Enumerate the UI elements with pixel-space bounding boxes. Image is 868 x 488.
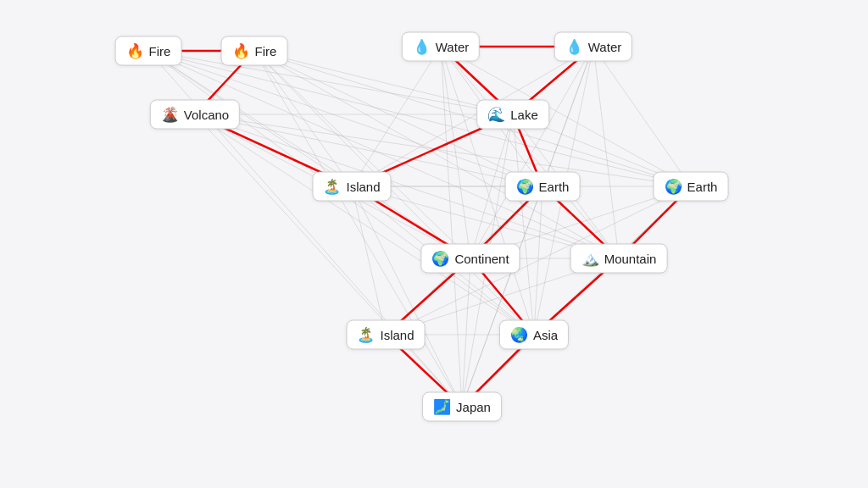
node-label-fire1: Fire — [149, 44, 171, 58]
node-label-water2: Water — [588, 40, 621, 54]
node-icon-water1: 💧 — [413, 38, 431, 56]
svg-line-5 — [148, 51, 619, 258]
node-label-earth2: Earth — [687, 180, 718, 194]
node-label-continent: Continent — [454, 252, 509, 266]
svg-line-15 — [254, 51, 462, 407]
node-label-asia: Asia — [533, 328, 558, 342]
node-volcano: 🌋Volcano — [150, 100, 240, 130]
node-icon-asia: 🌏 — [510, 326, 528, 344]
svg-line-10 — [254, 51, 691, 186]
node-label-volcano: Volcano — [184, 108, 229, 122]
svg-line-22 — [441, 47, 462, 407]
node-label-earth1: Earth — [539, 180, 570, 194]
node-label-lake: Lake — [510, 108, 538, 122]
node-fire1: 🔥Fire — [115, 36, 182, 66]
node-fire2: 🔥Fire — [221, 36, 288, 66]
svg-line-12 — [254, 51, 470, 258]
node-icon-volcano: 🌋 — [161, 106, 179, 124]
node-label-water1: Water — [436, 40, 469, 54]
node-island1: 🏝️Island — [312, 172, 391, 202]
node-icon-water2: 💧 — [565, 38, 583, 56]
node-icon-lake: 🌊 — [487, 106, 505, 124]
node-icon-island2: 🏝️ — [357, 326, 375, 344]
node-continent: 🌍Continent — [420, 244, 520, 274]
node-label-japan: Japan — [456, 400, 491, 414]
node-asia: 🌏Asia — [499, 320, 569, 350]
node-water2: 💧Water — [554, 32, 632, 62]
node-icon-earth2: 🌍 — [665, 178, 682, 196]
node-icon-japan: 🗾 — [433, 398, 451, 416]
node-icon-fire2: 🔥 — [232, 42, 250, 60]
svg-line-35 — [195, 114, 534, 335]
node-label-island2: Island — [380, 328, 414, 342]
graph-container: 🔥Fire🔥Fire💧Water💧Water🌋Volcano🌊Lake🏝️Isl… — [0, 0, 868, 488]
node-icon-island1: 🏝️ — [323, 178, 341, 196]
node-japan: 🗾Japan — [422, 392, 502, 422]
svg-line-26 — [470, 47, 593, 258]
node-earth2: 🌍Earth — [654, 172, 729, 202]
svg-line-32 — [195, 114, 691, 186]
node-lake: 🌊Lake — [476, 100, 549, 130]
node-label-island1: Island — [346, 180, 380, 194]
node-label-mountain: Mountain — [604, 252, 657, 266]
node-island2: 🏝️Island — [346, 320, 425, 350]
node-icon-fire1: 🔥 — [126, 42, 144, 60]
node-label-fire2: Fire — [255, 44, 277, 58]
node-icon-continent: 🌍 — [431, 250, 449, 268]
svg-line-20 — [441, 47, 619, 258]
node-icon-mountain: 🏔️ — [581, 250, 599, 268]
node-earth1: 🌍Earth — [505, 172, 581, 202]
node-mountain: 🏔️Mountain — [570, 244, 668, 274]
node-water1: 💧Water — [402, 32, 480, 62]
node-icon-earth1: 🌍 — [516, 178, 534, 196]
svg-line-23 — [352, 47, 593, 186]
svg-line-45 — [352, 186, 386, 335]
